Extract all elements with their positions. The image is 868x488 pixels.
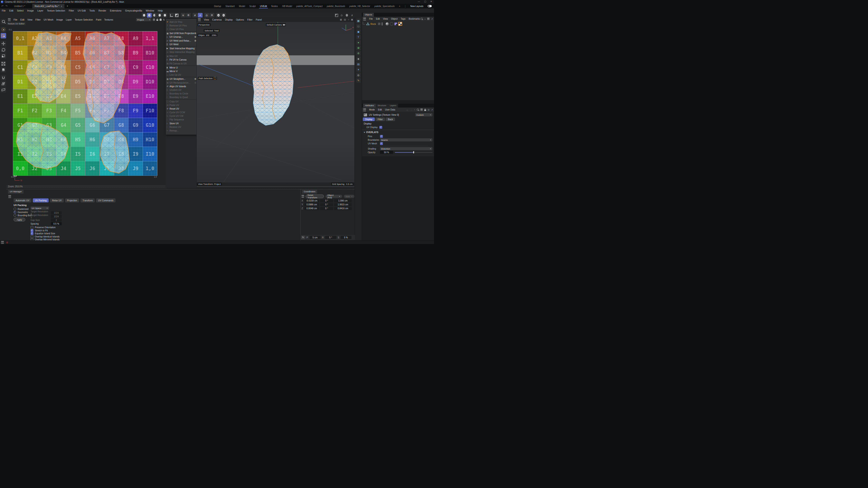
menu-item-align-uv-islands[interactable]: ↺Align UV Islands: [166, 85, 197, 88]
opacity-value[interactable]: 50 %: [380, 151, 393, 154]
uvm-tab-relax-uv[interactable]: Relax UV: [50, 198, 64, 202]
back-tab-button[interactable]: Back: [385, 118, 395, 121]
chevron-down-icon[interactable]: ∨: [364, 131, 365, 133]
layout-tab-startup[interactable]: Startup: [214, 5, 221, 7]
mode-edges-button[interactable]: |: [147, 13, 152, 18]
gear-icon[interactable]: ⚙: [194, 36, 196, 38]
viewport-menu-view[interactable]: View: [204, 18, 209, 21]
square-tool-icon[interactable]: □: [356, 24, 361, 29]
filter-icon[interactable]: [427, 18, 430, 20]
export-icon[interactable]: ↗: [431, 109, 433, 111]
quantize-r-value[interactable]: 5 °: [325, 236, 336, 239]
new-tab-button[interactable]: +: [67, 4, 68, 8]
menu-item-store-uv[interactable]: ↓Store UV: [166, 122, 197, 125]
target-icon[interactable]: ◎: [428, 108, 430, 111]
field-value-spacing[interactable]: 0.5 %: [51, 222, 62, 225]
redo-icon[interactable]: ↷: [5, 4, 8, 8]
layout-tab-sculpt[interactable]: Sculpt: [249, 5, 256, 7]
forward-arrow-icon[interactable]: →: [410, 108, 412, 111]
phong-tag-icon[interactable]: [390, 22, 393, 26]
uvm-tab-automatic-uv[interactable]: Automatic UV: [13, 198, 31, 202]
edit-toggle-icon[interactable]: ∕: [378, 23, 380, 25]
hex-dot-button[interactable]: ●: [216, 13, 221, 18]
uvm-tab-projection[interactable]: Projection: [65, 198, 79, 202]
coord-mode-dropdown[interactable]: Object (Rel)▼: [326, 195, 342, 198]
layout-tab-[interactable]: +: [399, 5, 400, 7]
selection-tag-icon[interactable]: [395, 23, 397, 25]
layout-tab-uvedit[interactable]: UVEdit: [260, 5, 267, 7]
panel-menu-icon[interactable]: [8, 18, 11, 21]
snap-settings-button[interactable]: ⚙: [186, 13, 191, 18]
mode-points-button[interactable]: [142, 13, 147, 18]
menu-item-mirror-v[interactable]: ▬Mirror V: [166, 69, 197, 73]
checkbox-overlap-identical-islands[interactable]: [31, 235, 33, 238]
display-tab-button[interactable]: Display: [363, 118, 375, 121]
uvm-tab-uv-packing[interactable]: UV Packing: [33, 198, 49, 202]
projection-label[interactable]: Perspective: [197, 23, 211, 26]
menu-item-fit-uv-to-canvas[interactable]: □Fit UV to Canvas: [166, 58, 197, 62]
menu-item-uv-weld-and-relax[interactable]: ▱UV Weld and Relax...⚙: [166, 39, 197, 42]
layout-tab-palette-basictools[interactable]: palette_Basictools: [327, 5, 345, 7]
skew-tool-icon[interactable]: [1, 81, 6, 87]
tab-attributes[interactable]: Attributes: [363, 104, 376, 107]
back-arrow-icon[interactable]: ←: [406, 108, 409, 111]
text-tool-icon[interactable]: T: [356, 35, 361, 39]
filter-icon[interactable]: [421, 109, 423, 111]
screen-tool-icon[interactable]: ▦: [356, 19, 361, 23]
tab-objects[interactable]: Objects: [363, 13, 374, 17]
ring-gear-button[interactable]: ⚙: [210, 13, 214, 18]
live-selection-icon[interactable]: [1, 27, 6, 32]
viewport-icon-4[interactable]: ▣: [351, 18, 353, 21]
viewport-menu-icon[interactable]: [198, 18, 201, 21]
pan-hand-icon[interactable]: [160, 19, 162, 21]
uv-menu-paint[interactable]: Paint: [96, 18, 101, 21]
tab-uv-manager[interactable]: UV Manager: [8, 190, 24, 194]
viewport-menu-cameras[interactable]: Cameras: [212, 18, 222, 21]
quantize-p-value[interactable]: 5 cm: [309, 236, 321, 239]
search-icon[interactable]: [421, 18, 423, 20]
viewport-icon-1[interactable]: ▦: [340, 18, 342, 21]
globe-tool-icon[interactable]: ◍: [356, 73, 361, 77]
flag-tool-icon[interactable]: [1, 87, 6, 93]
radio-bounding-box[interactable]: [13, 214, 16, 217]
uv-menu-file[interactable]: File: [13, 18, 18, 21]
tab-coordinates[interactable]: Coordinates: [302, 190, 317, 194]
mode-solid-button[interactable]: [157, 13, 162, 18]
cube-tool-icon[interactable]: ◼: [356, 29, 361, 34]
wrench-tool-icon[interactable]: ✦: [356, 67, 361, 72]
new-layouts-button[interactable]: New Layouts: [410, 5, 423, 7]
coord-x-scale[interactable]: 1.096 cm: [334, 199, 352, 202]
quantize-lock-button[interactable]: #: [198, 13, 203, 18]
uv-menu-textures[interactable]: Textures: [104, 18, 113, 21]
project-dropdown[interactable]: Project▼: [136, 18, 151, 21]
viewport-corner-icons[interactable]: ▦ ▤ ○ ▣: [340, 18, 353, 21]
rings-button[interactable]: ◎: [204, 13, 209, 18]
menu-render[interactable]: Render: [98, 9, 106, 12]
close-button[interactable]: ✕: [430, 0, 432, 3]
layout-tab-standard[interactable]: Standard: [225, 5, 235, 7]
menu-extensions[interactable]: Extensions: [110, 9, 121, 12]
uv-islands-overlay[interactable]: [13, 31, 157, 175]
coord-z-rot[interactable]: 0 °: [320, 207, 333, 210]
menu-filter[interactable]: Filter: [69, 9, 74, 12]
objects-menu-tags[interactable]: Tags: [401, 18, 405, 20]
layer-tool-icon[interactable]: [1, 67, 6, 72]
uv-mesh-checkbox[interactable]: [380, 142, 383, 145]
rectangle-selection-icon[interactable]: [1, 33, 6, 38]
uv-menu-filter[interactable]: Filter: [35, 18, 41, 21]
viewport-menu-display[interactable]: Display: [225, 18, 232, 21]
menu-help[interactable]: Help: [158, 9, 163, 12]
menu-tools[interactable]: Tools: [89, 9, 95, 12]
layout-tab-palette-specialtools[interactable]: palette_Specialtools: [375, 5, 395, 7]
lock-icon[interactable]: [424, 109, 426, 111]
uvm-tab-uv-commands[interactable]: UV Commands: [96, 198, 116, 202]
objects-menu-edit[interactable]: Edit: [376, 18, 380, 20]
menu-layer[interactable]: Layer: [37, 9, 43, 12]
radio-rasterized[interactable]: [13, 207, 16, 210]
zoom-tool-icon[interactable]: [1, 19, 6, 24]
apply-button[interactable]: Apply: [13, 218, 25, 221]
radio-geometric[interactable]: [13, 211, 16, 214]
coord-y-scale[interactable]: 1.9915 cm: [334, 203, 352, 206]
object-name[interactable]: Rock: [370, 23, 376, 25]
hex-a-button[interactable]: A: [221, 13, 226, 18]
